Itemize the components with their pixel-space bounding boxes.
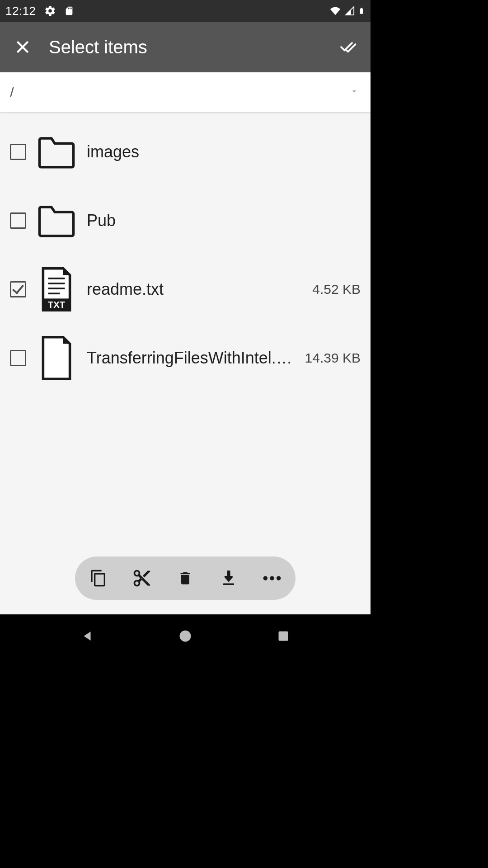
select-all-button[interactable] [334,33,361,61]
file-name: images [87,142,351,161]
file-name: TransferringFilesWithIntel.htm [87,349,295,368]
file-row[interactable]: images [0,118,371,186]
nav-recent-button[interactable] [272,625,294,647]
breadcrumb-path: / [10,84,14,101]
checkbox[interactable] [10,281,26,297]
folder-icon [36,198,77,243]
file-row[interactable]: TXT readme.txt 4.52 KB [0,255,371,324]
breadcrumb-bar[interactable]: / [0,72,371,112]
svg-text:TXT: TXT [48,300,66,310]
close-button[interactable] [9,33,36,61]
checkbox[interactable] [10,350,26,366]
folder-icon [36,129,77,175]
app-bar: Select items [0,22,371,72]
generic-file-icon [36,335,77,381]
checkbox[interactable] [10,212,26,229]
status-time: 12:12 [5,4,36,18]
appbar-title: Select items [49,37,147,57]
cell-signal-icon [344,6,355,16]
svg-point-8 [270,576,274,580]
file-size: 4.52 KB [312,282,361,297]
file-size: 14.39 KB [305,350,361,366]
copy-button[interactable] [88,567,109,589]
file-name: Pub [87,211,351,230]
file-row[interactable]: Pub [0,186,371,255]
svg-rect-11 [279,632,288,641]
status-bar: 12:12 [0,0,371,22]
settings-icon [44,5,56,17]
file-list: images Pub [0,112,371,614]
file-row[interactable]: TransferringFilesWithIntel.htm 14.39 KB [0,324,371,392]
txt-file-icon: TXT [36,267,77,312]
cut-button[interactable] [131,567,153,589]
wifi-icon [329,6,342,16]
nav-home-button[interactable] [174,625,196,647]
checkbox[interactable] [10,144,26,160]
download-button[interactable] [218,567,239,589]
svg-point-10 [180,631,191,642]
nav-back-button[interactable] [76,625,98,647]
breadcrumb-dropdown-icon[interactable] [348,87,361,98]
delete-button[interactable] [174,567,196,589]
file-name: readme.txt [87,280,302,299]
more-button[interactable] [261,567,283,589]
svg-point-7 [263,576,268,580]
battery-icon [358,5,365,17]
sd-card-icon [64,5,74,17]
svg-point-9 [277,576,281,580]
action-toolbar [75,557,296,600]
system-nav-bar [0,614,371,658]
